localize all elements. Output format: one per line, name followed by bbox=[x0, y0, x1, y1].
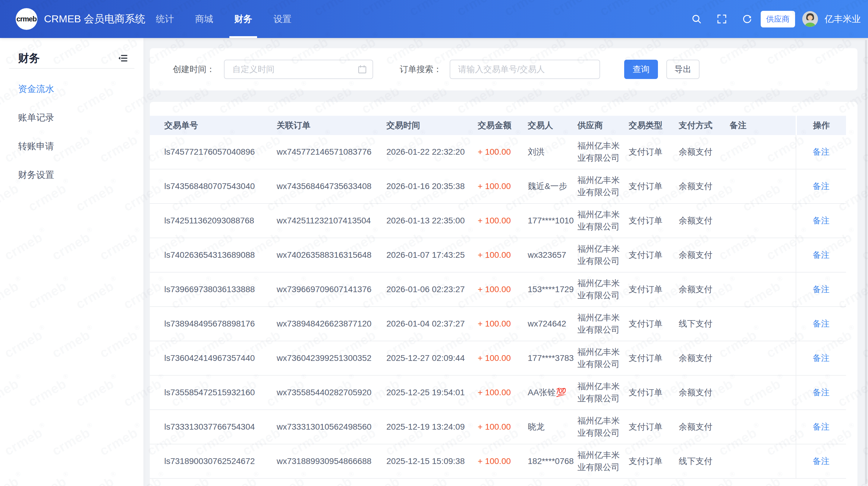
fullscreen-icon[interactable] bbox=[717, 14, 727, 24]
nav-item-settings[interactable]: 设置 bbox=[263, 0, 302, 38]
export-button[interactable]: 导出 bbox=[666, 60, 700, 79]
cell-order-no: wx733313010562498560 bbox=[277, 410, 386, 444]
cell-action: 备注 bbox=[796, 135, 846, 169]
col-trade-amount: 交易金额 bbox=[478, 116, 528, 135]
table-row: ls743568480707543040 wx74356846473563340… bbox=[150, 170, 846, 204]
table-row: ls745772176057040896 wx74577214657108377… bbox=[150, 135, 846, 170]
cell-order-no: wx731889930954866688 bbox=[277, 445, 386, 478]
sidebar-item-fund-flow[interactable]: 资金流水 bbox=[0, 75, 144, 103]
cell-pay-method: 余额支付 bbox=[679, 204, 730, 238]
cell-order-no: wx735585440282705920 bbox=[277, 376, 386, 409]
cell-pay-method: 余额支付 bbox=[679, 273, 730, 306]
cell-supplier: 福州亿丰米业有限公司 bbox=[578, 204, 629, 238]
table-row: ls733313037766754304 wx73331301056249856… bbox=[150, 410, 846, 445]
cell-trade-no: ls740263654313689088 bbox=[164, 238, 277, 272]
remark-action-link[interactable]: 备注 bbox=[813, 455, 830, 467]
cell-action: 备注 bbox=[796, 307, 846, 341]
cell-trade-amount: + 100.00 bbox=[478, 341, 528, 375]
crmeb-logo-text: crmeb bbox=[16, 15, 36, 23]
filter-bar: 创建时间： 订单搜索： 查询 导出 bbox=[150, 48, 858, 90]
table-row: ls738948495678898176 wx73894842662387712… bbox=[150, 307, 846, 341]
col-supplier: 供应商 bbox=[578, 116, 629, 135]
cell-trade-amount: + 100.00 bbox=[478, 204, 528, 238]
remark-action-link[interactable]: 备注 bbox=[813, 421, 830, 433]
remark-action-link[interactable]: 备注 bbox=[813, 215, 830, 227]
sidebar: 财务 资金流水 账单记录 转账申请 财务设置 bbox=[0, 38, 144, 486]
cell-pay-method: 余额支付 bbox=[679, 376, 730, 409]
cell-trade-time: 2026-01-13 22:35:00 bbox=[386, 204, 478, 238]
cell-trader: 晓龙 bbox=[528, 410, 578, 444]
cell-action: 备注 bbox=[796, 376, 846, 409]
cell-trade-time: 2025-12-27 02:09:44 bbox=[386, 341, 478, 375]
sidebar-item-transfer-request[interactable]: 转账申请 bbox=[0, 132, 144, 161]
cell-action: 备注 bbox=[796, 238, 846, 272]
cell-trader: AA张铨💯 bbox=[528, 376, 578, 409]
vertical-scrollbar[interactable] bbox=[865, 40, 867, 484]
cell-trade-type: 支付订单 bbox=[629, 445, 679, 478]
cell-remark bbox=[730, 135, 796, 169]
cell-supplier: 福州亿丰米业有限公司 bbox=[578, 410, 629, 444]
cell-trade-no: ls735585472515932160 bbox=[164, 376, 277, 409]
search-icon[interactable] bbox=[691, 14, 702, 24]
cell-pay-method: 线下支付 bbox=[679, 307, 730, 341]
cell-action: 备注 bbox=[796, 445, 846, 478]
cell-supplier: 福州亿丰米业有限公司 bbox=[578, 273, 629, 306]
remark-action-link[interactable]: 备注 bbox=[813, 352, 830, 364]
order-search-input[interactable] bbox=[450, 60, 600, 79]
remark-action-link[interactable]: 备注 bbox=[813, 318, 830, 330]
cell-trade-time: 2026-01-07 17:43:25 bbox=[386, 238, 478, 272]
cell-trade-no: ls731890030762524672 bbox=[164, 445, 277, 478]
cell-remark bbox=[730, 273, 796, 306]
collapse-sidebar-icon[interactable] bbox=[118, 54, 128, 62]
cell-trade-amount: + 100.00 bbox=[478, 170, 528, 203]
remark-action-link[interactable]: 备注 bbox=[813, 146, 830, 158]
cell-pay-method: 余额支付 bbox=[679, 341, 730, 375]
cell-trade-no: ls743568480707543040 bbox=[164, 170, 277, 203]
remark-action-link[interactable]: 备注 bbox=[813, 249, 830, 261]
table-body: ls745772176057040896 wx74577214657108377… bbox=[150, 135, 858, 479]
cell-trade-amount: + 100.00 bbox=[478, 273, 528, 306]
nav-item-mall[interactable]: 商城 bbox=[184, 0, 224, 38]
sidebar-item-bill-records[interactable]: 账单记录 bbox=[0, 103, 144, 132]
cell-order-no: wx743568464735633408 bbox=[277, 170, 386, 203]
col-trade-no: 交易单号 bbox=[164, 116, 277, 135]
cell-trade-amount: + 100.00 bbox=[478, 238, 528, 272]
cell-pay-method: 余额支付 bbox=[679, 135, 730, 169]
cell-trader: wx323657 bbox=[528, 238, 578, 272]
nav-item-statistics[interactable]: 统计 bbox=[145, 0, 184, 38]
cell-supplier: 福州亿丰米业有限公司 bbox=[578, 341, 629, 375]
cell-remark bbox=[730, 445, 796, 478]
top-navbar: crmeb CRMEB 会员电商系统 统计 商城 财务 设置 供应商 bbox=[0, 0, 868, 38]
cell-remark bbox=[730, 376, 796, 409]
cell-trade-time: 2025-12-19 13:24:09 bbox=[386, 410, 478, 444]
cell-trade-time: 2025-12-15 15:09:38 bbox=[386, 445, 478, 478]
sidebar-item-finance-settings[interactable]: 财务设置 bbox=[0, 161, 144, 189]
cell-order-no: wx740263588316315648 bbox=[277, 238, 386, 272]
crmeb-logo: crmeb bbox=[16, 8, 37, 30]
cell-trade-time: 2025-12-25 19:54:01 bbox=[386, 376, 478, 409]
navbar-right-cluster: 供应商 亿丰米业 bbox=[676, 11, 868, 27]
table-row: ls736042414967357440 wx73604239925130035… bbox=[150, 341, 846, 376]
user-avatar[interactable] bbox=[802, 11, 818, 27]
cell-trader: wx724642 bbox=[528, 307, 578, 341]
nav-item-finance[interactable]: 财务 bbox=[224, 0, 263, 38]
sidebar-menu: 资金流水 账单记录 转账申请 财务设置 bbox=[0, 69, 144, 189]
cell-pay-method: 余额支付 bbox=[679, 238, 730, 272]
cell-pay-method: 线下支付 bbox=[679, 445, 730, 478]
refresh-icon[interactable] bbox=[742, 14, 752, 24]
username-label[interactable]: 亿丰米业 bbox=[825, 13, 861, 25]
table-row: ls742511362093088768 wx74251123210741350… bbox=[150, 204, 846, 238]
remark-action-link[interactable]: 备注 bbox=[813, 283, 830, 296]
date-range-input[interactable] bbox=[224, 60, 373, 79]
col-pay-method: 支付方式 bbox=[679, 116, 730, 135]
cell-trade-amount: + 100.00 bbox=[478, 410, 528, 444]
cell-trade-type: 支付订单 bbox=[629, 273, 679, 306]
query-button[interactable]: 查询 bbox=[624, 60, 658, 79]
cell-supplier: 福州亿丰米业有限公司 bbox=[578, 445, 629, 478]
cell-trade-time: 2026-01-06 02:23:27 bbox=[386, 273, 478, 306]
remark-action-link[interactable]: 备注 bbox=[813, 180, 830, 192]
table-header-row: 交易单号 关联订单 交易时间 交易金额 交易人 供应商 交易类型 支付方式 备注… bbox=[150, 116, 846, 135]
cell-trader: 魏近&一步 bbox=[528, 170, 578, 203]
cell-order-no: wx739669709607141376 bbox=[277, 273, 386, 306]
remark-action-link[interactable]: 备注 bbox=[813, 387, 830, 399]
